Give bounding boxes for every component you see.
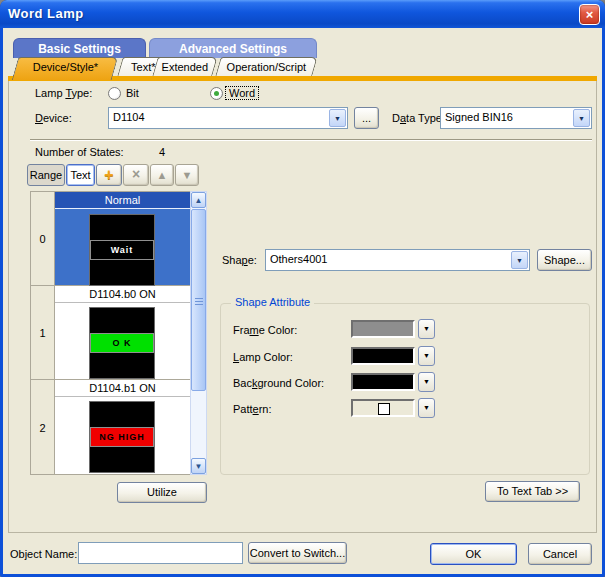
- shape-button[interactable]: Shape...: [537, 249, 592, 271]
- convert-to-switch-button[interactable]: Convert to Switch...: [248, 542, 347, 564]
- lamp-color-dropdown-icon[interactable]: ▼: [418, 346, 435, 366]
- data-type-combo-arrow-icon[interactable]: ▼: [573, 109, 590, 127]
- close-icon[interactable]: ×: [579, 4, 600, 25]
- device-label: Device:: [35, 112, 72, 124]
- bit-radio[interactable]: [108, 87, 121, 100]
- state-row-0-lamp-preview: Wait: [89, 214, 155, 286]
- word-radio[interactable]: [210, 87, 223, 100]
- state-row-2[interactable]: D1104.b1 ON NG HIGH: [55, 380, 190, 475]
- shape-attribute-title: Shape Attribute: [231, 296, 314, 308]
- state-row-1[interactable]: D1104.b0 ON O K: [55, 286, 190, 380]
- text-button[interactable]: Text: [66, 164, 95, 186]
- lamp-color-swatch[interactable]: [351, 347, 415, 365]
- move-up-icon[interactable]: ▲: [150, 164, 174, 186]
- shape-label: Shape:: [222, 254, 257, 266]
- device-browse-button[interactable]: ...: [354, 107, 379, 129]
- scroll-down-icon[interactable]: ▼: [191, 458, 206, 474]
- object-name-input[interactable]: [78, 542, 243, 564]
- pattern-dropdown-icon[interactable]: ▼: [418, 398, 435, 418]
- state-row-1-header: D1104.b0 ON: [55, 286, 190, 303]
- move-down-icon[interactable]: ▼: [175, 164, 199, 186]
- scrollbar-grip: [195, 298, 203, 305]
- state-index-2[interactable]: 2: [30, 379, 55, 475]
- state-row-0-lamp-text: Wait: [90, 240, 154, 260]
- data-type-combo[interactable]: Signed BIN16 ▼: [440, 107, 592, 129]
- object-name-label: Object Name:: [10, 548, 77, 560]
- number-of-states-value: 4: [159, 146, 165, 158]
- state-row-0[interactable]: Normal Wait: [55, 191, 190, 286]
- to-text-tab-button[interactable]: To Text Tab >>: [485, 481, 580, 502]
- delete-state-icon[interactable]: ×: [123, 164, 149, 186]
- number-of-states-label: Number of States:: [35, 146, 124, 158]
- state-row-2-header: D1104.b1 ON: [55, 380, 190, 397]
- title-bar[interactable]: Word Lamp ×: [0, 0, 605, 28]
- shape-combo[interactable]: Others4001 ▼: [265, 249, 530, 271]
- word-lamp-dialog: Word Lamp × Basic Settings Advanced Sett…: [0, 0, 605, 577]
- state-row-0-header: Normal: [55, 192, 190, 209]
- shape-combo-arrow-icon[interactable]: ▼: [511, 251, 528, 269]
- tab-extended[interactable]: Extended: [152, 57, 217, 76]
- state-row-2-lamp-preview: NG HIGH: [89, 401, 155, 473]
- scrollbar-thumb[interactable]: [191, 209, 206, 391]
- bit-radio-label[interactable]: Bit: [126, 87, 139, 99]
- separator-line: [30, 139, 592, 141]
- scroll-up-icon[interactable]: ▲: [191, 192, 206, 208]
- dialog-body: Basic Settings Advanced Settings Device/…: [3, 28, 602, 574]
- word-radio-label[interactable]: Word: [225, 86, 259, 100]
- range-button[interactable]: Range: [27, 164, 65, 186]
- tab-group-basic-settings: Basic Settings: [13, 38, 146, 58]
- data-type-label: Data Type:: [392, 112, 445, 124]
- pattern-preview: [378, 403, 390, 415]
- state-row-1-lamp-text: O K: [90, 333, 154, 353]
- background-color-swatch[interactable]: [351, 373, 415, 391]
- pattern-swatch[interactable]: [351, 399, 415, 417]
- state-row-1-lamp-preview: O K: [89, 307, 155, 379]
- add-state-icon[interactable]: +: [96, 164, 122, 186]
- tab-operation-script[interactable]: Operation/Script: [215, 57, 317, 76]
- window-title: Word Lamp: [8, 6, 84, 21]
- state-row-2-lamp-text: NG HIGH: [90, 427, 154, 447]
- utilize-button[interactable]: Utilize: [117, 482, 207, 503]
- tab-group-advanced-settings: Advanced Settings: [149, 38, 317, 58]
- tab-device-style[interactable]: Device/Style*: [12, 57, 119, 80]
- cancel-button[interactable]: Cancel: [528, 543, 592, 565]
- state-index-0[interactable]: 0: [30, 191, 55, 286]
- frame-color-swatch[interactable]: [351, 320, 415, 338]
- device-combo[interactable]: D1104 ▼: [108, 107, 348, 129]
- state-list-scrollbar[interactable]: ▲ ▼: [190, 191, 207, 475]
- device-combo-arrow-icon[interactable]: ▼: [329, 109, 346, 127]
- lamp-color-label: Lamp Color:: [233, 351, 293, 363]
- pattern-label: Pattern:: [233, 403, 272, 415]
- frame-color-label: Frame Color:: [233, 324, 297, 336]
- background-color-dropdown-icon[interactable]: ▼: [418, 372, 435, 392]
- background-color-label: Background Color:: [233, 377, 324, 389]
- frame-color-dropdown-icon[interactable]: ▼: [418, 319, 435, 339]
- state-index-1[interactable]: 1: [30, 285, 55, 380]
- ok-button[interactable]: OK: [430, 543, 517, 565]
- lamp-type-label: Lamp Type:: [35, 87, 92, 99]
- shape-attribute-group: Shape Attribute Frame Color: ▼ Lamp Colo…: [220, 303, 590, 475]
